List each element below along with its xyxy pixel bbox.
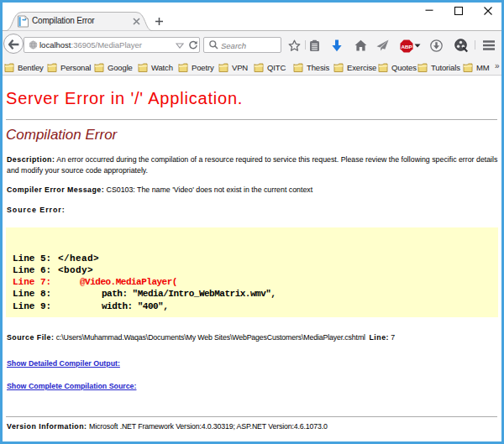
svg-text:ABP: ABP [401, 44, 412, 50]
